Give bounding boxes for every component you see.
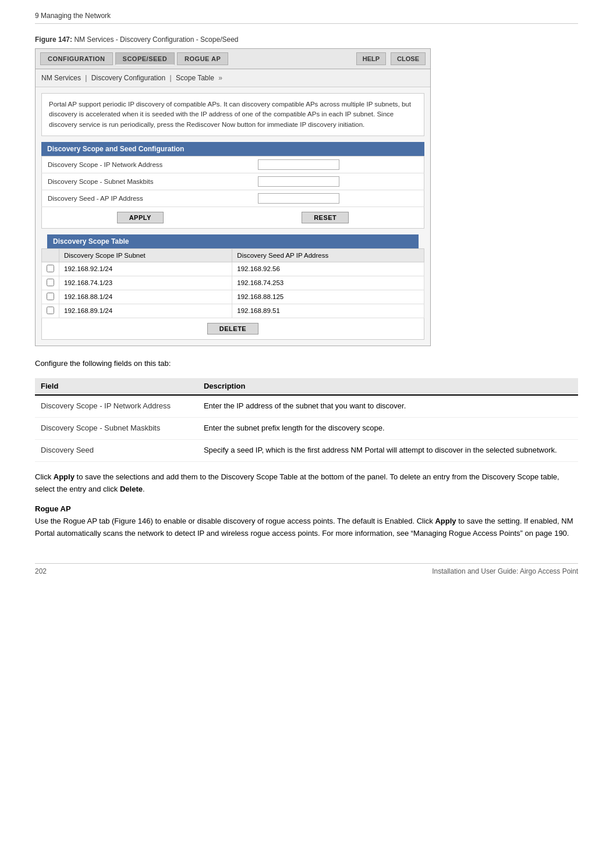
field-name: Discovery Seed xyxy=(35,439,198,461)
field-input-cell xyxy=(252,190,424,207)
scope-config-header: Discovery Scope and Seed Configuration xyxy=(41,142,424,156)
row-checkbox-cell xyxy=(42,290,59,304)
apply-button[interactable]: APPLY xyxy=(117,212,164,223)
scope-table-header: Discovery Scope Table xyxy=(47,234,419,248)
field-label: Discovery Scope - Subnet Maskbits xyxy=(42,173,252,190)
scope-form-table: Discovery Scope - IP Network Address Dis… xyxy=(41,156,424,207)
help-button[interactable]: HELP xyxy=(356,52,386,65)
row-checkbox[interactable] xyxy=(47,293,54,300)
row-seed: 192.168.88.125 xyxy=(232,290,424,304)
row-subnet: 192.168.92.1/24 xyxy=(59,262,232,276)
chapter-title: 9 Managing the Network xyxy=(35,12,578,24)
intro-text: Configure the following fields on this t… xyxy=(35,358,578,370)
row-seed: 192.168.74.253 xyxy=(232,276,424,290)
row-seed: 192.168.92.56 xyxy=(232,262,424,276)
col-seed-header: Discovery Seed AP IP Address xyxy=(232,248,424,262)
scope-table-wrapper: Discovery Scope Table Discovery Scope IP… xyxy=(41,234,424,318)
reset-button[interactable]: RESET xyxy=(302,212,349,223)
field-name: Discovery Scope - Subnet Maskbits xyxy=(35,418,198,440)
breadcrumb: NM Services | Discovery Configuration | … xyxy=(36,69,430,87)
discovery-table: Discovery Scope IP Subnet Discovery Seed… xyxy=(41,248,424,318)
form-row: Discovery Scope - Subnet Maskbits xyxy=(42,173,424,190)
breadcrumb-sep1: | xyxy=(85,74,87,82)
row-checkbox-cell xyxy=(42,304,59,318)
field-input[interactable] xyxy=(258,159,339,170)
breadcrumb-sep2: | xyxy=(170,74,172,82)
field-row: Discovery Scope - Subnet Maskbits Enter … xyxy=(35,418,578,440)
rogue-ap-section: Rogue AP Use the Rogue AP tab (Figure 14… xyxy=(35,503,578,539)
tab-rogue-ap[interactable]: ROGUE AP xyxy=(177,52,228,65)
table-row: 192.168.92.1/24 192.168.92.56 xyxy=(42,262,424,276)
field-name: Discovery Scope - IP Network Address xyxy=(35,395,198,417)
row-checkbox[interactable] xyxy=(47,265,54,272)
desc-col-header: Description xyxy=(198,378,578,396)
delete-button[interactable]: DELETE xyxy=(207,323,258,335)
row-checkbox-cell xyxy=(42,262,59,276)
info-text: Portal AP support periodic IP discovery … xyxy=(49,101,411,128)
checkbox-col-header xyxy=(42,248,59,262)
row-checkbox[interactable] xyxy=(47,279,54,286)
field-row: Discovery Scope - IP Network Address Ent… xyxy=(35,395,578,417)
row-seed: 192.168.89.51 xyxy=(232,304,424,318)
tab-configuration[interactable]: CONFIGURATION xyxy=(40,52,113,65)
field-desc: Enter the subnet prefix length for the d… xyxy=(198,418,578,440)
form-row: Discovery Scope - IP Network Address xyxy=(42,156,424,173)
form-row: Discovery Seed - AP IP Address xyxy=(42,190,424,207)
content-body: Configure the following fields on this t… xyxy=(35,358,578,540)
field-input[interactable] xyxy=(258,176,339,187)
delete-row: DELETE xyxy=(41,318,424,340)
breadcrumb-part3: Scope Table xyxy=(176,74,214,82)
footer-right: Installation and User Guide: Airgo Acces… xyxy=(432,567,578,575)
form-button-row: APPLY RESET xyxy=(41,207,424,229)
row-subnet: 192.168.74.1/23 xyxy=(59,276,232,290)
row-subnet: 192.168.89.1/24 xyxy=(59,304,232,318)
field-label: Discovery Scope - IP Network Address xyxy=(42,156,252,173)
field-input[interactable] xyxy=(258,193,339,204)
rogue-ap-heading: Rogue AP xyxy=(35,504,71,513)
table-row: 192.168.89.1/24 192.168.89.51 xyxy=(42,304,424,318)
figure-title: Figure 147: NM Services - Discovery Conf… xyxy=(35,35,578,44)
tab-bar: CONFIGURATION SCOPE/SEED ROGUE AP HELP C… xyxy=(36,49,430,69)
field-col-header: Field xyxy=(35,378,198,396)
apply-note: Click Apply to save the selections and a… xyxy=(35,471,578,496)
close-button[interactable]: CLOSE xyxy=(391,52,426,65)
field-desc: Enter the IP address of the subnet that … xyxy=(198,395,578,417)
row-subnet: 192.168.88.1/24 xyxy=(59,290,232,304)
row-checkbox[interactable] xyxy=(47,307,54,314)
tab-scope-seed[interactable]: SCOPE/SEED xyxy=(115,52,175,65)
footer-left: 202 xyxy=(35,567,47,575)
breadcrumb-part1: NM Services xyxy=(41,74,81,82)
rogue-ap-text: Use the Rogue AP tab (Figure 146) to ena… xyxy=(35,517,573,538)
field-desc: Specify a seed IP, which is the first ad… xyxy=(198,439,578,461)
field-row: Discovery Seed Specify a seed IP, which … xyxy=(35,439,578,461)
main-panel: CONFIGURATION SCOPE/SEED ROGUE AP HELP C… xyxy=(35,48,431,346)
col-subnet-header: Discovery Scope IP Subnet xyxy=(59,248,232,262)
field-input-cell xyxy=(252,156,424,173)
breadcrumb-part2: Discovery Configuration xyxy=(91,74,165,82)
breadcrumb-arrow: » xyxy=(218,74,222,82)
table-row: 192.168.74.1/23 192.168.74.253 xyxy=(42,276,424,290)
field-input-cell xyxy=(252,173,424,190)
table-row: 192.168.88.1/24 192.168.88.125 xyxy=(42,290,424,304)
field-label: Discovery Seed - AP IP Address xyxy=(42,190,252,207)
field-table: Field Description Discovery Scope - IP N… xyxy=(35,378,578,462)
page-footer: 202 Installation and User Guide: Airgo A… xyxy=(35,563,578,575)
info-box: Portal AP support periodic IP discovery … xyxy=(41,93,424,136)
row-checkbox-cell xyxy=(42,276,59,290)
